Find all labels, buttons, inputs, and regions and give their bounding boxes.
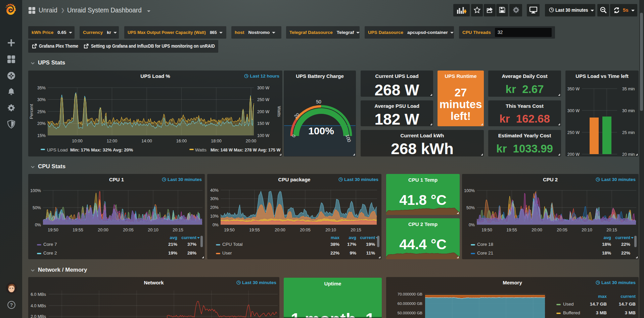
svg-text:Core 2: Core 2 bbox=[43, 251, 57, 256]
svg-text:19%: 19% bbox=[168, 251, 177, 256]
svg-text:70.000000 GB: 70.000000 GB bbox=[398, 292, 423, 296]
svg-text:4.0 MBs: 4.0 MBs bbox=[31, 304, 46, 308]
svg-text:40%: 40% bbox=[210, 188, 219, 193]
svg-text:22%: 22% bbox=[621, 251, 630, 256]
svg-text:50: 50 bbox=[316, 99, 321, 104]
svg-text:20:00: 20:00 bbox=[98, 228, 108, 232]
svg-text:20:00: 20:00 bbox=[246, 139, 256, 143]
svg-text:20:00: 20:00 bbox=[532, 228, 542, 232]
svg-text:60.000000 GB: 60.000000 GB bbox=[398, 302, 423, 306]
svg-text:35 min: 35 min bbox=[622, 87, 635, 91]
svg-text:?: ? bbox=[10, 302, 13, 308]
svg-text:20:15: 20:15 bbox=[606, 228, 617, 232]
svg-text:2.0 MBs: 2.0 MBs bbox=[31, 314, 46, 318]
svg-text:25%: 25% bbox=[37, 109, 46, 114]
svg-text:0%: 0% bbox=[213, 223, 219, 227]
svg-text:19:50: 19:50 bbox=[224, 228, 234, 232]
svg-text:3 MB: 3 MB bbox=[625, 310, 636, 315]
svg-text:18%: 18% bbox=[602, 251, 611, 256]
svg-text:20:15: 20:15 bbox=[351, 228, 361, 232]
svg-text:20:05: 20:05 bbox=[300, 228, 310, 232]
svg-text:100%: 100% bbox=[464, 188, 475, 193]
svg-text:19:55: 19:55 bbox=[506, 228, 517, 232]
svg-text:14.7 GB: 14.7 GB bbox=[590, 302, 607, 307]
svg-text:current: current bbox=[620, 294, 636, 299]
svg-text:250 W: 250 W bbox=[567, 130, 580, 135]
svg-text:15%: 15% bbox=[37, 133, 46, 138]
svg-text:17%: 17% bbox=[347, 242, 356, 247]
svg-text:38%: 38% bbox=[330, 242, 339, 247]
svg-text:20%: 20% bbox=[37, 121, 46, 126]
svg-text:21%: 21% bbox=[168, 242, 177, 247]
svg-text:20:10: 20:10 bbox=[325, 228, 336, 232]
svg-text:Buffered: Buffered bbox=[563, 310, 580, 315]
svg-text:Min: 148 W Max: 278 W Avg: 1: Min: 148 W Max: 278 W Avg: 175 W bbox=[211, 148, 280, 152]
svg-text:Watts: Watts bbox=[195, 147, 206, 152]
svg-text:19:50: 19:50 bbox=[48, 228, 58, 232]
svg-text:3 MB: 3 MB bbox=[596, 310, 607, 315]
svg-text:Watts: Watts bbox=[277, 106, 282, 117]
svg-text:350 W: 350 W bbox=[567, 87, 580, 91]
svg-text:30%: 30% bbox=[210, 196, 219, 201]
svg-text:30 min: 30 min bbox=[622, 108, 635, 113]
svg-text:Core 21: Core 21 bbox=[477, 251, 493, 256]
svg-text:0%: 0% bbox=[469, 223, 475, 227]
svg-text:20 min: 20 min bbox=[622, 152, 635, 156]
svg-text:10%: 10% bbox=[210, 214, 219, 219]
svg-text:14:00: 14:00 bbox=[141, 139, 152, 143]
svg-text:User: User bbox=[222, 251, 232, 256]
svg-text:50.000000 GB: 50.000000 GB bbox=[398, 311, 423, 315]
svg-text:25 min: 25 min bbox=[622, 130, 635, 135]
svg-text:9%: 9% bbox=[350, 251, 356, 256]
svg-text:current: current bbox=[181, 235, 196, 240]
svg-text:100%: 100% bbox=[308, 125, 334, 136]
svg-text:100 W: 100 W bbox=[257, 133, 269, 138]
svg-text:300 W: 300 W bbox=[567, 108, 580, 113]
svg-text:Min: 17% Max: 32% Avg: 20%: Min: 17% Max: 32% Avg: 20% bbox=[70, 147, 133, 152]
svg-text:max: max bbox=[331, 235, 340, 240]
svg-text:250 W: 250 W bbox=[257, 97, 269, 102]
svg-text:22%: 22% bbox=[621, 242, 630, 247]
svg-text:20:05: 20:05 bbox=[123, 228, 133, 232]
svg-text:14.7 GB: 14.7 GB bbox=[619, 302, 636, 307]
svg-text:19:50: 19:50 bbox=[481, 228, 492, 232]
svg-text:12:00: 12:00 bbox=[107, 139, 117, 143]
svg-text:20:10: 20:10 bbox=[582, 228, 592, 232]
svg-text:35%: 35% bbox=[37, 86, 46, 90]
svg-text:18:00: 18:00 bbox=[211, 139, 221, 143]
svg-text:current: current bbox=[615, 235, 630, 240]
svg-text:Core 7: Core 7 bbox=[43, 242, 57, 247]
svg-text:max: max bbox=[598, 294, 607, 299]
svg-text:100%: 100% bbox=[30, 188, 41, 193]
svg-text:50%: 50% bbox=[466, 206, 475, 210]
svg-text:20:00: 20:00 bbox=[275, 228, 285, 232]
svg-text:19%: 19% bbox=[366, 242, 375, 247]
svg-text:10:00: 10:00 bbox=[72, 139, 82, 143]
svg-text:Percent: Percent bbox=[29, 104, 34, 119]
svg-text:19:55: 19:55 bbox=[73, 228, 83, 232]
svg-text:Core 18: Core 18 bbox=[477, 242, 493, 247]
svg-text:16:00: 16:00 bbox=[176, 139, 187, 143]
svg-text:20: 20 bbox=[293, 112, 301, 119]
svg-text:18%: 18% bbox=[602, 242, 611, 247]
svg-text:avg: avg bbox=[349, 235, 356, 240]
svg-text:37%: 37% bbox=[187, 242, 196, 247]
svg-text:20:10: 20:10 bbox=[148, 228, 158, 232]
svg-text:CPU Total: CPU Total bbox=[222, 242, 243, 247]
svg-text:current: current bbox=[360, 235, 375, 240]
svg-text:avg: avg bbox=[604, 235, 611, 240]
svg-text:20:15: 20:15 bbox=[173, 228, 183, 232]
svg-text:200 W: 200 W bbox=[257, 109, 269, 114]
svg-text:30%: 30% bbox=[37, 97, 46, 102]
svg-text:20%: 20% bbox=[210, 205, 219, 210]
svg-text:200 W: 200 W bbox=[567, 152, 580, 156]
svg-text:Used: Used bbox=[563, 302, 574, 307]
svg-text:0%: 0% bbox=[35, 223, 41, 227]
svg-text:UPS Load: UPS Load bbox=[47, 147, 68, 152]
svg-text:19:55: 19:55 bbox=[249, 228, 260, 232]
svg-text:28%: 28% bbox=[187, 251, 196, 256]
svg-text:11%: 11% bbox=[366, 251, 375, 256]
svg-text:150 W: 150 W bbox=[257, 121, 269, 126]
svg-text:50%: 50% bbox=[33, 206, 41, 210]
svg-text:22%: 22% bbox=[330, 251, 339, 256]
